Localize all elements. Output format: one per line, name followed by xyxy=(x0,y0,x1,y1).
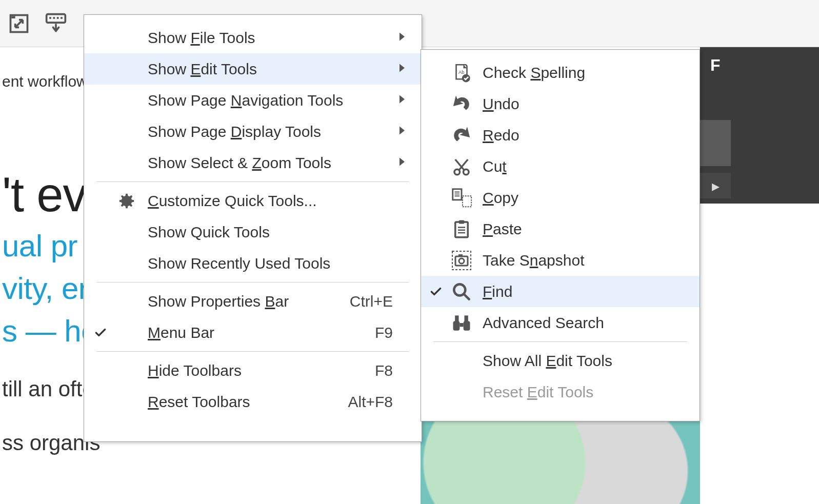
svg-rect-23 xyxy=(455,315,458,322)
menu-item-label: Show Page Display Tools xyxy=(148,123,350,140)
menu-item-label: Menu Bar xyxy=(148,324,350,341)
submenu-item-check-spelling[interactable]: AbCheck Spelling xyxy=(421,57,700,88)
submenu-item-show-all-edit-tools[interactable]: Show All Edit Tools xyxy=(421,345,700,376)
keyboard-download-icon[interactable] xyxy=(43,11,69,36)
paste-icon xyxy=(449,216,474,242)
menu-item-show-quick-tools[interactable]: Show Quick Tools xyxy=(84,216,422,248)
right-panel-arrow-icon[interactable]: ▸ xyxy=(700,173,731,198)
menu-item-show-select-zoom-tools[interactable]: Show Select & Zoom Tools xyxy=(84,147,422,178)
svg-rect-21 xyxy=(464,321,470,330)
menu-item-label: Advanced Search xyxy=(483,314,690,332)
menu-item-hide-toolbars[interactable]: Hide ToolbarsF8 xyxy=(84,355,422,386)
menu-item-customize-quick-tools[interactable]: Customize Quick Tools... xyxy=(84,185,422,216)
menu-item-shortcut: Alt+F8 xyxy=(348,393,393,411)
toolbar-context-menu: Show File ToolsShow Edit ToolsShow Page … xyxy=(84,14,422,442)
svg-rect-3 xyxy=(49,17,51,19)
menu-item-label: Show Select & Zoom Tools xyxy=(148,154,350,172)
menu-item-label: Redo xyxy=(483,127,690,144)
submenu-item-copy[interactable]: Copy xyxy=(421,182,700,213)
menu-item-label: Show Recently Used Tools xyxy=(148,255,350,272)
checkmark-icon xyxy=(428,284,444,299)
submenu-arrow-icon xyxy=(392,32,412,43)
submenu-item-find[interactable]: Find xyxy=(421,276,700,307)
svg-point-18 xyxy=(459,258,464,264)
right-panel-letter: F xyxy=(700,47,819,83)
menu-item-label: Show Properties Bar xyxy=(148,293,350,310)
fullscreen-icon[interactable] xyxy=(6,11,32,36)
menu-item-label: Cut xyxy=(483,158,690,175)
svg-rect-4 xyxy=(53,17,55,19)
menu-item-label: Reset Toolbars xyxy=(148,393,350,411)
menu-item-label: Customize Quick Tools... xyxy=(148,192,350,210)
menu-item-show-edit-tools[interactable]: Show Edit Tools xyxy=(84,53,422,85)
document-illustration xyxy=(421,421,700,504)
svg-rect-17 xyxy=(458,254,463,257)
menu-separator xyxy=(96,282,409,283)
menu-item-label: Copy xyxy=(483,189,690,207)
menu-item-show-properties-bar[interactable]: Show Properties BarCtrl+E xyxy=(84,286,422,317)
svg-rect-5 xyxy=(57,17,59,19)
submenu-arrow-icon xyxy=(392,126,412,137)
menu-item-label: Show Edit Tools xyxy=(148,61,350,78)
submenu-item-advanced-search[interactable]: Advanced Search xyxy=(421,307,700,338)
right-panel-highlight xyxy=(700,120,731,166)
find-icon xyxy=(449,279,474,305)
menu-item-label: Show All Edit Tools xyxy=(483,352,690,370)
menu-item-label: Show Quick Tools xyxy=(148,224,350,241)
menu-item-label: Paste xyxy=(483,220,690,238)
edit-tools-submenu: AbCheck SpellingUndoRedoCutCopyPasteTake… xyxy=(421,49,700,421)
menu-item-label: Take Snapshot xyxy=(483,252,690,269)
menu-item-label: Show File Tools xyxy=(148,29,350,47)
menu-item-menu-bar[interactable]: Menu BarF9 xyxy=(84,317,422,348)
svg-rect-6 xyxy=(61,17,63,19)
gear-icon xyxy=(115,189,138,213)
menu-item-label: Undo xyxy=(483,95,690,113)
menu-item-show-file-tools[interactable]: Show File Tools xyxy=(84,22,422,53)
menu-item-label: Show Page Navigation Tools xyxy=(148,92,350,109)
submenu-item-reset-edit-tools: Reset Edit Tools xyxy=(421,376,700,408)
menu-item-label: Reset Edit Tools xyxy=(483,384,690,401)
submenu-item-undo[interactable]: Undo xyxy=(421,88,700,119)
submenu-arrow-icon xyxy=(392,64,412,74)
submenu-item-take-snapshot[interactable]: Take Snapshot xyxy=(421,245,700,276)
svg-rect-24 xyxy=(465,315,468,322)
checkmark-icon xyxy=(91,324,110,342)
undo-icon xyxy=(449,91,474,117)
spellcheck-icon: Ab xyxy=(449,60,474,86)
menu-item-reset-toolbars[interactable]: Reset ToolbarsAlt+F8 xyxy=(84,386,422,417)
menu-item-shortcut: Ctrl+E xyxy=(350,293,393,310)
menu-item-shortcut: F9 xyxy=(375,324,393,341)
submenu-item-redo[interactable]: Redo xyxy=(421,119,700,151)
menu-separator xyxy=(96,351,409,352)
svg-rect-14 xyxy=(459,220,465,224)
menu-item-show-recently-used-tools[interactable]: Show Recently Used Tools xyxy=(84,248,422,279)
redo-icon xyxy=(449,123,474,148)
menu-item-label: Hide Toolbars xyxy=(148,362,350,379)
submenu-item-paste[interactable]: Paste xyxy=(421,213,700,245)
submenu-arrow-icon xyxy=(392,95,412,106)
submenu-item-cut[interactable]: Cut xyxy=(421,151,700,182)
cut-icon xyxy=(449,154,474,179)
binoculars-icon xyxy=(449,310,474,336)
svg-rect-20 xyxy=(453,321,460,330)
menu-item-shortcut: F8 xyxy=(375,362,393,379)
menu-item-show-page-navigation-tools[interactable]: Show Page Navigation Tools xyxy=(84,85,422,116)
svg-rect-12 xyxy=(463,196,471,207)
menu-item-label: Check Spelling xyxy=(483,64,690,82)
menu-item-show-page-display-tools[interactable]: Show Page Display Tools xyxy=(84,116,422,147)
submenu-arrow-icon xyxy=(392,157,412,168)
menu-separator xyxy=(96,182,409,182)
right-side-panel: F ▸ xyxy=(700,47,819,204)
svg-rect-22 xyxy=(460,323,463,327)
menu-separator xyxy=(433,341,687,342)
svg-text:Ab: Ab xyxy=(458,69,465,74)
copy-icon xyxy=(449,185,474,211)
menu-item-label: Find xyxy=(483,283,690,300)
snapshot-icon xyxy=(449,248,474,273)
svg-rect-1 xyxy=(11,16,15,18)
svg-rect-11 xyxy=(453,189,462,199)
